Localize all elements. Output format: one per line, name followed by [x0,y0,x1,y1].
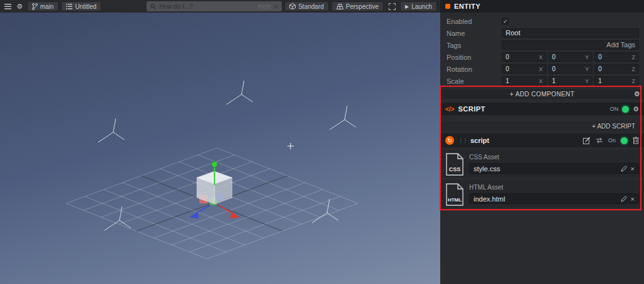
add-component-button[interactable]: + ADD COMPONENT ⚙ [440,89,644,99]
position-row: Position 0 X 0 Y 0 Z [440,51,644,63]
rotation-label: Rotation [447,65,502,73]
script-instance-name: script [470,137,489,144]
axis-x-label: X [539,54,543,60]
html-asset-value: index.html [474,195,617,203]
axis-y-label: Y [585,54,589,60]
script-asset-icon: ↻ [445,136,454,145]
search-text: How do I...? [159,3,255,10]
perspective-icon [336,4,343,9]
html-file-icon: HTML [445,183,464,206]
scene-label: Untitled [75,3,96,10]
script-code-icon: </> [445,106,454,113]
css-asset-value: style.css [474,165,617,173]
search-input[interactable]: How do I...? Hide × [147,1,282,11]
html-badge-text: HTML [448,197,462,203]
axis-z-label: Z [632,66,636,72]
rotation-z-value: 0 [598,65,602,72]
remove-css-asset-icon[interactable]: × [631,165,635,173]
fullscreen-button[interactable] [386,1,397,11]
check-icon: ✓ [503,18,508,25]
axis-x-label: X [539,66,543,72]
scale-z-field[interactable]: 1 Z [594,76,639,86]
gear-icon: ⚙ [16,3,23,11]
edit-script-icon[interactable] [583,137,591,144]
play-icon: ▶ [405,4,409,9]
render-mode-button[interactable]: Standard [284,1,329,11]
rotation-z-field[interactable]: 0 Z [594,64,639,74]
close-search-icon[interactable]: × [274,3,278,10]
script-instance-toggle[interactable] [621,137,628,144]
scene-button[interactable]: Untitled [61,1,101,11]
css-asset-label: CSS Asset [469,154,639,161]
branch-button[interactable]: main [27,1,59,11]
launch-label: Launch [411,3,432,10]
add-component-label: + ADD COMPONENT [510,91,575,98]
branch-icon [32,3,38,10]
rotation-x-field[interactable]: 0 X [502,64,547,74]
enabled-row: Enabled ✓ [440,15,644,27]
css-asset-field[interactable]: style.css × [469,163,639,174]
camera-mode-button[interactable]: Perspective [331,1,384,11]
top-toolbar: ⚙ main Untitled [0,0,440,13]
scale-x-value: 1 [506,77,509,84]
script-instance-row[interactable]: ↻ ⋮⋮ script On [440,133,644,147]
html-asset-label: HTML Asset [469,184,639,191]
expand-icon [389,3,396,10]
script-component-title: SCRIPT [458,105,485,113]
menu-button[interactable] [3,1,13,11]
hamburger-icon [4,4,11,9]
scale-y-field[interactable]: 1 Y [548,76,593,86]
playcanvas-editor: ⚙ main Untitled [0,0,644,284]
parse-refresh-icon[interactable] [596,137,603,144]
script-on-label: ON [610,106,619,112]
rotation-y-value: 0 [552,65,556,72]
scene-canvas [0,13,440,284]
name-label: Name [447,30,502,37]
css-asset-block: CSS CSS Asset style.css × [440,150,644,178]
html-asset-block: HTML HTML Asset index.html × [440,180,644,208]
position-z-field[interactable]: 0 Z [594,52,639,62]
tags-field[interactable]: Add Tags [502,40,639,50]
position-y-field[interactable]: 0 Y [548,52,593,62]
axis-z-label: Z [632,78,636,84]
script-enabled-toggle[interactable] [622,106,629,113]
scale-x-field[interactable]: 1 X [502,76,547,86]
position-x-field[interactable]: 0 X [502,52,547,62]
position-x-value: 0 [506,54,509,60]
scale-row: Scale 1 X 1 Y 1 Z [440,75,644,87]
css-badge-text: CSS [449,166,461,173]
scale-y-value: 1 [552,77,556,84]
css-file-icon: CSS [445,153,464,176]
html-asset-field[interactable]: index.html × [469,193,639,204]
cube-icon [289,3,296,9]
hide-search-button[interactable]: Hide [258,3,271,10]
camera-wireframes [98,81,356,230]
rotation-y-field[interactable]: 0 Y [548,64,593,74]
name-field[interactable]: Root [502,28,639,38]
delete-script-icon[interactable] [633,137,639,144]
drag-handle-icon[interactable]: ⋮⋮ [458,137,467,144]
name-row: Name Root [440,27,644,39]
axis-z-label: Z [632,54,636,60]
settings-button[interactable]: ⚙ [15,1,25,11]
camera-mode-label: Perspective [346,3,379,10]
position-z-value: 0 [598,54,602,60]
remove-html-asset-icon[interactable]: × [631,195,635,203]
enabled-checkbox[interactable]: ✓ [502,18,509,25]
add-script-button[interactable]: + ADD SCRIPT [440,122,644,130]
script-settings-gear-icon[interactable]: ⚙ [633,105,639,113]
tags-row: Tags Add Tags [440,39,644,51]
entity-header: ENTITY [440,0,644,13]
launch-button[interactable]: ▶ Launch [400,1,437,11]
axis-y-label: Y [585,66,589,72]
search-icon [150,4,156,9]
viewport-3d[interactable]: ⚙ main Untitled [0,0,440,284]
edit-html-asset-icon[interactable] [621,196,627,202]
position-label: Position [447,54,502,61]
script-component-header[interactable]: </> SCRIPT ON ⚙ [440,103,644,115]
edit-css-asset-icon[interactable] [621,166,627,172]
position-y-value: 0 [552,54,556,60]
rotation-row: Rotation 0 X 0 Y 0 Z [440,63,644,75]
enabled-label: Enabled [447,18,502,25]
component-settings-gear-icon[interactable]: ⚙ [634,90,640,98]
